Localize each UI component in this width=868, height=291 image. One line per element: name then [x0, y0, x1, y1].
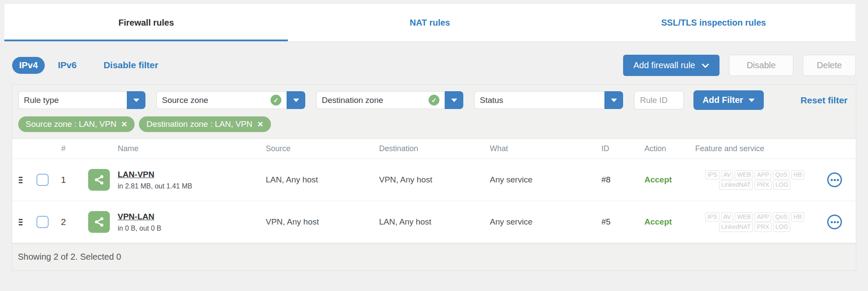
disable-button-label: Disable	[747, 60, 776, 70]
disable-filter-link[interactable]: Disable filter	[103, 60, 158, 70]
filter-chip-destination-zone: Destination zone : LAN, VPN ✕	[139, 116, 271, 132]
rule-what: Any service	[484, 217, 596, 227]
badge: HB	[791, 212, 804, 222]
applied-filters: Source zone : LAN, VPN ✕ Destination zon…	[12, 116, 856, 139]
caret-down-icon	[293, 99, 299, 102]
feature-badges: IPS AV WEB APP QoS HB LinkedNAT PRX LOG	[690, 212, 820, 232]
tab-firewall-rules[interactable]: Firewall rules	[4, 4, 288, 41]
ipv6-toggle[interactable]: IPv6	[58, 60, 76, 70]
tab-nat-rules[interactable]: NAT rules	[288, 4, 571, 41]
badge: IPS	[705, 212, 719, 222]
rule-action[interactable]: Accept	[644, 217, 672, 226]
header-id: ID	[596, 144, 639, 153]
badge: PRX	[755, 222, 772, 232]
rule-action[interactable]: Accept	[644, 175, 672, 184]
status-label: Status	[480, 96, 503, 105]
caret-down-icon	[611, 99, 617, 102]
header-name: Name	[112, 144, 260, 153]
rule-destination: LAN, Any host	[373, 217, 484, 227]
source-zone-field[interactable]: Source zone ✓	[156, 91, 287, 109]
badge: QoS	[773, 170, 789, 180]
header-source: Source	[260, 144, 373, 153]
header-index: #	[52, 144, 75, 153]
caret-down-icon	[133, 99, 139, 102]
destination-zone-field[interactable]: Destination zone ✓	[316, 91, 445, 109]
rules-table: # Name Source Destination What ID Action…	[12, 139, 856, 243]
filter-chip-source-zone: Source zone : LAN, VPN ✕	[18, 116, 135, 132]
check-circle-icon: ✓	[429, 95, 439, 106]
source-zone-label: Source zone	[162, 96, 208, 105]
badge: APP	[755, 212, 771, 222]
rule-tabs: Firewall rules NAT rules SSL/TLS inspect…	[4, 4, 855, 41]
badge: LOG	[773, 180, 791, 190]
status-field[interactable]: Status	[474, 91, 604, 109]
badge: LinkedNAT	[719, 222, 753, 232]
status-dropdown-button[interactable]	[604, 91, 623, 109]
table-footer: Showing 2 of 2. Selected 0	[12, 243, 856, 270]
drag-handle-icon[interactable]	[19, 219, 30, 225]
tab-ssl-tls-inspection-rules[interactable]: SSL/TLS inspection rules	[572, 4, 855, 41]
share-icon	[88, 211, 110, 233]
table-footer-text: Showing 2 of 2. Selected 0	[18, 252, 121, 262]
tab-firewall-rules-label: Firewall rules	[119, 18, 174, 28]
table-row: 2 VPN-LAN in 0 B, out 0 B VPN, Any host …	[12, 201, 856, 243]
header-what: What	[484, 144, 596, 153]
delete-button-label: Delete	[817, 60, 842, 70]
badge: HB	[791, 170, 804, 180]
close-icon[interactable]: ✕	[257, 121, 263, 128]
destination-zone-label: Destination zone	[322, 96, 383, 105]
drag-handle-icon[interactable]	[19, 177, 30, 183]
badge: IPS	[705, 170, 719, 180]
toolbar: IPv4 IPv6 Disable filter Add firewall ru…	[12, 54, 856, 76]
source-zone-dropdown-button[interactable]	[287, 91, 305, 109]
rule-source: LAN, Any host	[260, 175, 373, 185]
filter-chip-label: Destination zone : LAN, VPN	[146, 119, 252, 129]
source-zone-filter: Source zone ✓	[156, 91, 305, 109]
share-icon	[88, 169, 110, 191]
rule-id: #8	[596, 175, 639, 185]
rule-type-dropdown-button[interactable]	[127, 91, 145, 109]
rule-id-input[interactable]	[634, 91, 684, 109]
badge: QoS	[773, 212, 789, 222]
filter-bar: Rule type Source zone ✓ Destination zone…	[12, 85, 856, 116]
status-filter: Status	[474, 91, 623, 109]
add-filter-label: Add Filter	[703, 95, 743, 105]
header-feature: Feature and service	[690, 144, 820, 153]
rule-name-link[interactable]: VPN-LAN	[118, 212, 154, 222]
row-index: 2	[52, 217, 75, 227]
close-icon[interactable]: ✕	[121, 121, 127, 128]
rule-name-link[interactable]: LAN-VPN	[118, 170, 154, 179]
destination-zone-filter: Destination zone ✓	[316, 91, 463, 109]
row-checkbox[interactable]	[36, 216, 49, 228]
header-action: Action	[639, 144, 690, 153]
header-destination: Destination	[373, 144, 484, 153]
rule-destination: VPN, Any host	[373, 175, 484, 185]
more-options-icon[interactable]	[827, 215, 842, 229]
row-checkbox[interactable]	[36, 174, 49, 186]
badge: AV	[721, 212, 733, 222]
filter-chip-label: Source zone : LAN, VPN	[26, 119, 116, 129]
chevron-down-icon	[702, 60, 709, 70]
rule-type-field[interactable]: Rule type	[18, 91, 127, 109]
destination-zone-dropdown-button[interactable]	[445, 91, 463, 109]
ipv4-toggle[interactable]: IPv4	[12, 57, 45, 74]
delete-button[interactable]: Delete	[803, 55, 856, 76]
badge: WEB	[735, 212, 753, 222]
add-filter-button[interactable]: Add Filter	[693, 90, 764, 110]
check-circle-icon: ✓	[271, 95, 281, 106]
rule-traffic: in 0 B, out 0 B	[118, 225, 260, 232]
badge: PRX	[755, 180, 772, 190]
caret-down-icon	[451, 99, 457, 102]
feature-badges: IPS AV WEB APP QoS HB LinkedNAT PRX LOG	[690, 170, 820, 190]
badge: WEB	[735, 170, 753, 180]
table-header-row: # Name Source Destination What ID Action…	[12, 139, 856, 159]
add-firewall-rule-button[interactable]: Add firewall rule	[623, 55, 719, 76]
disable-button[interactable]: Disable	[729, 55, 793, 76]
tab-ssl-tls-inspection-rules-label: SSL/TLS inspection rules	[661, 18, 766, 28]
rule-traffic: in 2.81 MB, out 1.41 MB	[118, 182, 260, 190]
reset-filter-link[interactable]: Reset filter	[800, 95, 849, 106]
more-options-icon[interactable]	[827, 172, 842, 187]
rule-type-label: Rule type	[24, 96, 59, 105]
table-row: 1 LAN-VPN in 2.81 MB, out 1.41 MB LAN, A…	[12, 159, 856, 201]
rule-type-filter: Rule type	[18, 91, 145, 109]
